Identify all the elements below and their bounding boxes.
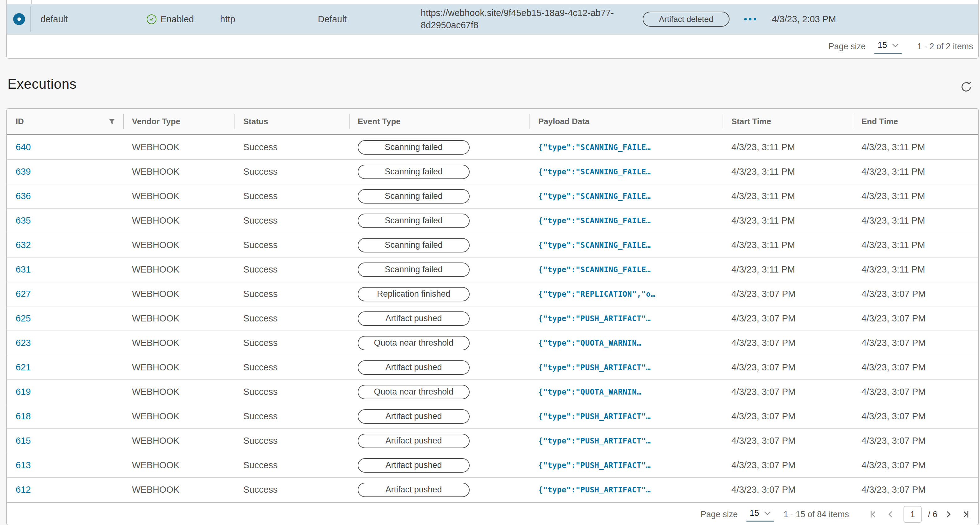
payload-data-link[interactable]: {"type":"QUOTA_WARNIN… (538, 339, 641, 348)
current-page-input[interactable] (904, 506, 922, 523)
execution-id-link[interactable]: 640 (16, 142, 31, 152)
column-header-payload-data[interactable]: Payload Data (530, 109, 722, 134)
start-time-cell: 4/3/23, 3:11 PM (722, 135, 853, 159)
payload-data-cell: {"type":"SCANNING_FAILE… (530, 184, 722, 208)
event-type-cell: Artifact pushed (349, 306, 530, 330)
event-type-cell: Artifact pushed (349, 355, 530, 380)
column-header-start-time[interactable]: Start Time (722, 109, 853, 134)
event-type-cell: Artifact pushed (349, 429, 530, 453)
policy-url-line2: 8d2950ac67f8 (421, 19, 614, 31)
start-time-cell: 4/3/23, 3:07 PM (722, 380, 853, 404)
more-event-types-button[interactable] (737, 18, 772, 21)
policy-name: default (31, 14, 138, 24)
table-row: 618 WEBHOOK Success Artifact pushed {"ty… (7, 404, 978, 429)
payload-data-link[interactable]: {"type":"PUSH_ARTIFACT"… (538, 363, 651, 372)
payload-data-link[interactable]: {"type":"SCANNING_FAILE… (538, 241, 651, 250)
payload-data-link[interactable]: {"type":"PUSH_ARTIFACT"… (538, 461, 651, 470)
event-type-badge: Scanning failed (358, 238, 469, 252)
status-cell: Success (234, 257, 349, 282)
end-time-cell: 4/3/23, 3:07 PM (853, 429, 978, 453)
payload-data-link[interactable]: {"type":"PUSH_ARTIFACT"… (538, 412, 651, 421)
last-page-icon[interactable] (959, 508, 972, 521)
page-size-label: Page size (829, 42, 866, 51)
execution-id-link[interactable]: 618 (16, 411, 31, 421)
execution-id-link[interactable]: 612 (16, 485, 31, 495)
id-cell: 632 (7, 233, 123, 257)
execution-id-link[interactable]: 631 (16, 264, 31, 275)
status-cell: Success (234, 404, 349, 428)
payload-data-cell: {"type":"PUSH_ARTIFACT"… (530, 306, 722, 330)
execution-id-link[interactable]: 636 (16, 191, 31, 201)
table-row: 615 WEBHOOK Success Artifact pushed {"ty… (7, 429, 978, 453)
column-header-event-type[interactable]: Event Type (349, 109, 530, 134)
payload-data-link[interactable]: {"type":"SCANNING_FAILE… (538, 265, 651, 274)
status-cell: Success (234, 233, 349, 257)
column-header-end-time[interactable]: End Time (853, 109, 978, 134)
column-header-status[interactable]: Status (234, 109, 349, 134)
payload-data-link[interactable]: {"type":"REPLICATION","o… (538, 290, 655, 298)
payload-data-link[interactable]: {"type":"PUSH_ARTIFACT"… (538, 437, 651, 445)
execution-id-link[interactable]: 621 (16, 362, 31, 373)
policy-radio-cell (7, 4, 31, 34)
prev-page-icon[interactable] (884, 508, 897, 521)
execution-id-link[interactable]: 613 (16, 460, 31, 471)
page-total: / 6 (928, 510, 937, 519)
payload-data-link[interactable]: {"type":"SCANNING_FAILE… (538, 168, 651, 176)
page-size-select[interactable]: 15 (874, 39, 902, 54)
vendor-type-cell: WEBHOOK (123, 160, 234, 184)
end-time-cell: 4/3/23, 3:11 PM (853, 209, 978, 233)
status-cell: Success (234, 380, 349, 404)
payload-data-link[interactable]: {"type":"PUSH_ARTIFACT"… (538, 485, 651, 494)
event-type-badge: Artifact pushed (358, 409, 469, 424)
cell-divider (30, 6, 31, 32)
execution-id-link[interactable]: 627 (16, 289, 31, 299)
filter-funnel-icon[interactable] (108, 118, 116, 126)
payload-data-cell: {"type":"QUOTA_WARNIN… (530, 331, 722, 355)
status-cell: Success (234, 306, 349, 330)
check-circle-icon (147, 14, 156, 24)
execution-id-link[interactable]: 639 (16, 166, 31, 177)
status-cell: Success (234, 184, 349, 208)
event-type-badge: Scanning failed (358, 214, 469, 228)
refresh-icon (960, 81, 972, 93)
event-type-badge: Artifact pushed (358, 483, 469, 497)
pagination: / 6 (867, 506, 972, 523)
refresh-button[interactable] (960, 81, 972, 93)
execution-id-link[interactable]: 619 (16, 387, 31, 397)
payload-data-link[interactable]: {"type":"SCANNING_FAILE… (538, 143, 651, 152)
start-time-cell: 4/3/23, 3:11 PM (722, 184, 853, 208)
webhook-policy-row[interactable]: default Enabled http Default https://web… (6, 4, 979, 34)
column-header-vendor-type[interactable]: Vendor Type (123, 109, 234, 134)
next-page-icon[interactable] (942, 508, 955, 521)
vendor-type-cell: WEBHOOK (123, 478, 234, 502)
payload-data-link[interactable]: {"type":"PUSH_ARTIFACT"… (538, 314, 651, 323)
page-size-label: Page size (701, 510, 738, 519)
start-time-cell: 4/3/23, 3:07 PM (722, 453, 853, 477)
end-time-cell: 4/3/23, 3:11 PM (853, 160, 978, 184)
event-type-badge: Artifact pushed (358, 434, 469, 448)
first-page-icon[interactable] (867, 508, 880, 521)
table-row: 621 WEBHOOK Success Artifact pushed {"ty… (7, 355, 978, 380)
executions-table-header: ID Vendor Type Status Event Type Payload… (7, 109, 978, 135)
event-type-cell: Scanning failed (349, 257, 530, 282)
table-row: 623 WEBHOOK Success Quota near threshold… (7, 331, 978, 355)
end-time-cell: 4/3/23, 3:11 PM (853, 233, 978, 257)
execution-id-link[interactable]: 635 (16, 215, 31, 226)
column-header-id[interactable]: ID (7, 109, 123, 134)
payload-data-link[interactable]: {"type":"SCANNING_FAILE… (538, 216, 651, 225)
radio-selected-icon[interactable] (13, 13, 25, 25)
execution-id-link[interactable]: 623 (16, 338, 31, 348)
status-cell: Success (234, 478, 349, 502)
execution-id-link[interactable]: 632 (16, 240, 31, 250)
page-size-select[interactable]: 15 (746, 507, 774, 522)
execution-id-link[interactable]: 615 (16, 436, 31, 446)
id-cell: 612 (7, 478, 123, 502)
event-type-cell: Artifact pushed (349, 404, 530, 428)
execution-id-link[interactable]: 625 (16, 313, 31, 324)
policy-endpoint-type: http (214, 14, 311, 24)
payload-data-link[interactable]: {"type":"SCANNING_FAILE… (538, 192, 651, 201)
status-cell: Success (234, 355, 349, 380)
payload-data-link[interactable]: {"type":"QUOTA_WARNIN… (538, 388, 641, 396)
end-time-cell: 4/3/23, 3:11 PM (853, 257, 978, 282)
start-time-cell: 4/3/23, 3:11 PM (722, 257, 853, 282)
